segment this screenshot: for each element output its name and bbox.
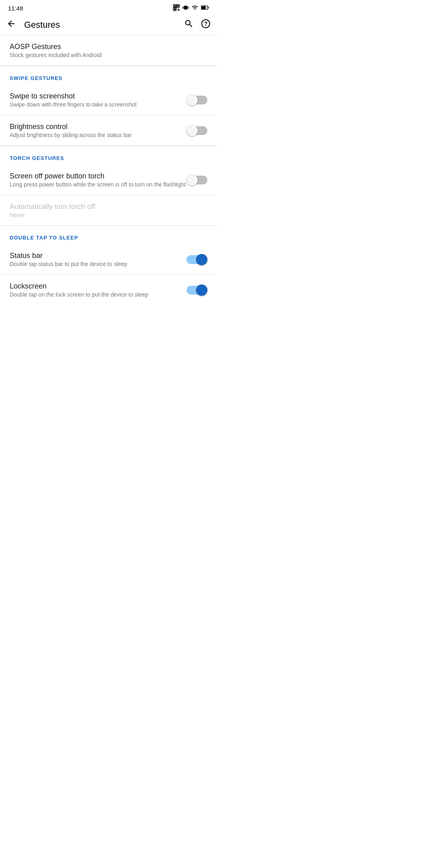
torch-gestures-label: TORCH GESTURES: [10, 155, 64, 161]
svg-rect-3: [177, 5, 179, 7]
screen-off-torch-title: Screen off power button torch: [10, 172, 186, 180]
settings-container: AOSP Gestures Stock gestures included wi…: [0, 35, 217, 305]
brightness-control-title: Brightness control: [10, 123, 186, 131]
svg-text:?: ?: [204, 20, 208, 27]
screen-off-torch-subtitle: Long press power button while the screen…: [10, 181, 186, 188]
app-bar: Gestures ?: [0, 15, 217, 35]
app-bar-actions: ?: [184, 19, 211, 31]
double-tap-sleep-header: DOUBLE TAP TO SLEEP: [0, 226, 217, 244]
help-icon[interactable]: ?: [201, 19, 211, 31]
svg-rect-9: [178, 9, 180, 11]
auto-turn-torch-off-subtitle: Never: [10, 212, 207, 218]
swipe-to-screenshot-title: Swipe to screenshot: [10, 92, 186, 100]
status-bar-sleep-toggle[interactable]: [186, 254, 207, 266]
status-bar-sleep-subtitle: Double tap status bar to put the device …: [10, 261, 186, 267]
page-title: Gestures: [24, 20, 184, 30]
screen-off-torch-toggle-thumb: [186, 174, 198, 186]
svg-rect-8: [177, 9, 178, 10]
status-bar-sleep-text: Status bar Double tap status bar to put …: [10, 252, 186, 267]
battery-icon: [201, 5, 209, 12]
auto-turn-torch-off-item: Automatically turn torch off Never: [0, 195, 217, 225]
swipe-to-screenshot-subtitle: Swipe down with three fingers to take a …: [10, 101, 186, 108]
svg-rect-11: [208, 7, 209, 9]
screen-off-torch-item[interactable]: Screen off power button torch Long press…: [0, 165, 217, 195]
screen-off-torch-text: Screen off power button torch Long press…: [10, 172, 186, 188]
status-bar-sleep-title: Status bar: [10, 252, 186, 260]
svg-rect-12: [201, 6, 206, 9]
swipe-to-screenshot-toggle[interactable]: [186, 94, 207, 106]
aosp-gestures-title: AOSP Gestures: [10, 43, 207, 51]
svg-rect-7: [178, 8, 179, 9]
status-bar-sleep-toggle-thumb: [196, 254, 207, 265]
brightness-control-text: Brightness control Adjust brightness by …: [10, 123, 186, 138]
lockscreen-sleep-item[interactable]: Lockscreen Double tap on the lock screen…: [0, 275, 217, 305]
wifi-icon: [191, 4, 199, 12]
status-icons: [173, 4, 209, 12]
search-icon[interactable]: [184, 19, 194, 31]
aosp-gestures-item[interactable]: AOSP Gestures Stock gestures included wi…: [0, 35, 217, 66]
status-bar-sleep-item[interactable]: Status bar Double tap status bar to put …: [0, 244, 217, 275]
back-button[interactable]: [6, 19, 16, 31]
status-time: 11:48: [8, 5, 23, 12]
brightness-control-item[interactable]: Brightness control Adjust brightness by …: [0, 115, 217, 146]
lockscreen-sleep-text: Lockscreen Double tap on the lock screen…: [10, 282, 186, 298]
lockscreen-sleep-title: Lockscreen: [10, 282, 186, 291]
brightness-control-toggle[interactable]: [186, 125, 207, 137]
aosp-gestures-text: AOSP Gestures Stock gestures included wi…: [10, 43, 207, 58]
swipe-gestures-header: SWIPE GESTURES: [0, 66, 217, 85]
svg-rect-6: [177, 8, 178, 9]
torch-gestures-header: TORCH GESTURES: [0, 146, 217, 165]
brightness-control-toggle-thumb: [186, 125, 198, 136]
brightness-control-subtitle: Adjust brightness by sliding across the …: [10, 132, 186, 138]
screen-off-torch-toggle[interactable]: [186, 174, 207, 186]
swipe-to-screenshot-text: Swipe to screenshot Swipe down with thre…: [10, 92, 186, 108]
lockscreen-sleep-subtitle: Double tap on the lock screen to put the…: [10, 291, 186, 298]
svg-rect-5: [174, 8, 176, 10]
lockscreen-sleep-toggle-thumb: [196, 285, 207, 296]
svg-rect-1: [174, 5, 176, 7]
status-bar: 11:48: [0, 0, 217, 15]
vibrate-icon: [182, 4, 189, 12]
swipe-gestures-label: SWIPE GESTURES: [10, 75, 63, 81]
lockscreen-sleep-toggle[interactable]: [186, 284, 207, 296]
qr-icon: [173, 4, 180, 12]
double-tap-sleep-label: DOUBLE TAP TO SLEEP: [10, 235, 78, 241]
auto-turn-torch-off-title: Automatically turn torch off: [10, 203, 207, 211]
aosp-gestures-subtitle: Stock gestures included with Android: [10, 52, 207, 58]
swipe-to-screenshot-item[interactable]: Swipe to screenshot Swipe down with thre…: [0, 85, 217, 115]
swipe-to-screenshot-toggle-thumb: [186, 94, 198, 106]
